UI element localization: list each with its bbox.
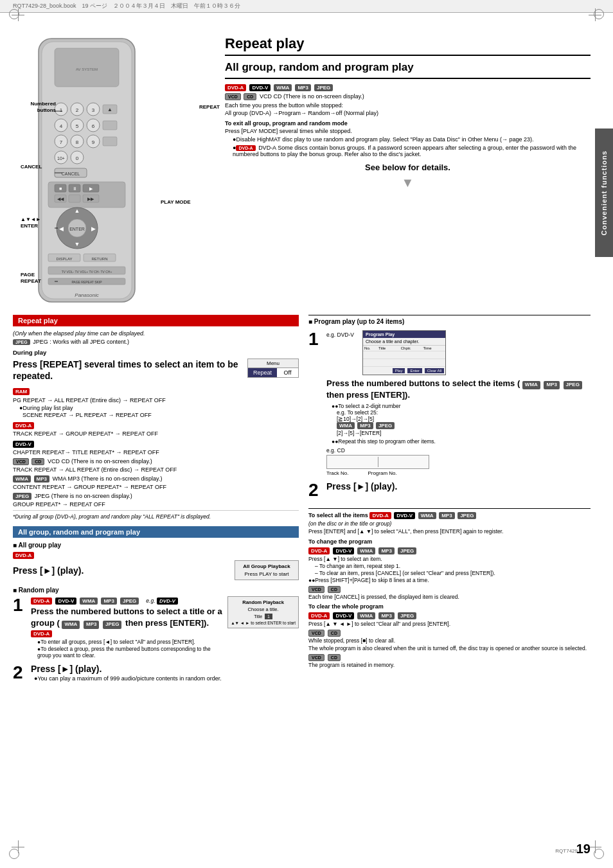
wma-mp3-section: WMA MP3 WMA MP3 (There is no on-screen d… (13, 475, 299, 483)
remote-svg: AV SYSTEM 1 2 3 4 5 6 7 8 9 ▲ (19, 35, 154, 312)
random-bullet1: ●To enter all groups, press [◄] to selec… (31, 639, 222, 645)
svg-rect-24 (103, 121, 117, 130)
badge-jpeg: JPEG (314, 84, 333, 91)
label-cancel: CANCEL (21, 164, 42, 170)
jpeg-note: JPEG JPEG : Works with all JPEG content.… (13, 339, 299, 345)
svg-text:▼: ▼ (75, 241, 80, 247)
bullet1: ●Disable HighMAT disc play to use random… (225, 136, 591, 143)
jpeg-section: JPEG JPEG (There is no on-screen display… (13, 493, 299, 500)
program-screen-cols: No. Title Chptr. Time (363, 346, 445, 351)
crosshair-tr (589, 12, 601, 24)
svg-rect-41 (69, 195, 80, 202)
group-repeat: GROUP REPEAT* → REPEAT OFF (13, 501, 299, 508)
random-step2-heading: Press [►] (play). ●You can play a maximu… (31, 664, 222, 682)
clear-program-line1: Press [▲ ▼ ◄ ►] to select "Clear all" an… (308, 621, 591, 627)
program-screen: Program Play Choose a title and chapter.… (362, 330, 446, 375)
all-group-play-instruction: Press [►] (play). (13, 565, 235, 576)
track-prog-box (326, 455, 429, 469)
label-numbered-buttons: Numbered buttons (21, 101, 56, 113)
svg-text:◀◀: ◀◀ (57, 197, 64, 201)
bullet2: ●DVD-A DVD-A Some discs contain bonus gr… (225, 145, 591, 157)
random-title-display: 1 (265, 614, 272, 619)
exit-instruction: Press [PLAY MODE] several times while st… (225, 128, 591, 134)
track-repeat2: TRACK REPEAT → ALL REPEAT (Entire disc) … (13, 466, 299, 473)
random-play-heading: ■ Random play (13, 587, 299, 594)
svg-text:◀: ◀ (59, 226, 64, 232)
badge-ram: RAM (13, 388, 30, 395)
random-step1: 1 DVD-A DVD-V WMA MP3 JPEG e.g. DVD-V Pr… (13, 596, 299, 658)
change-program-line4: ●●Press [SHIFT]+[PAGE] to skip 8 lines a… (308, 577, 591, 583)
see-below: See below for details. (225, 163, 591, 172)
change-program-heading: To change the program (308, 538, 591, 545)
program-screen-header: Choose a title and chapter. (363, 338, 445, 346)
random-step2-bullet: ●You can play a maximum of 999 audio/pic… (31, 675, 222, 682)
change-program-vcdcd: VCD CD (308, 585, 591, 593)
svg-text:TV VOL- TV VOL+ TV CH- TV CH+: TV VOL- TV VOL+ TV CH- TV CH+ (62, 270, 112, 274)
program-step2: 2 Press [►] (play). (308, 481, 591, 499)
press-repeat-instruction: Press [REPEAT] several times to select a… (13, 359, 241, 382)
eg-25: e.g. To select 25: (326, 409, 591, 416)
svg-text:▶▶: ▶▶ (87, 197, 94, 201)
badge-jpeg-note: JPEG (13, 339, 30, 345)
svg-rect-25 (103, 137, 117, 146)
badge-dvdv2: DVD-V (13, 441, 34, 448)
svg-text:RETURN: RETURN (92, 257, 108, 261)
cycle-line: All group (DVD-A) →Program→ Random→off (… (225, 110, 591, 116)
program-step1: 1 e.g. DVD-V Program Play Choose a title… (308, 330, 591, 476)
menu-box: Menu Repeat Off (247, 359, 299, 378)
all-group-play-box: All Group Playback Press PLAY to start (235, 560, 299, 580)
each-time-line: Each time you press the button while sto… (225, 102, 591, 109)
bottom-left-col: Repeat play (Only when the elapsed play … (13, 315, 299, 688)
clear-program-line4: The program is retained in memory. (308, 662, 591, 668)
label-repeat: REPEAT (21, 278, 41, 284)
repeat-play-section-box: Repeat play (13, 315, 299, 326)
clear-program-heading: To clear the whole program (308, 603, 591, 610)
svg-text:1: 1 (60, 107, 63, 113)
wma-mp3-jpeg-badges: WMA MP3 JPEG (326, 422, 591, 429)
repeat-label-top: REPEAT (199, 104, 220, 110)
svg-text:PAGE REPEAT SKIP: PAGE REPEAT SKIP (71, 280, 102, 284)
program-step2-heading: Press [►] (play). (326, 481, 397, 499)
random-box-title-label: Title (254, 614, 262, 619)
change-program-line1: Press [▲ ▼] to select an item. (308, 556, 591, 562)
page-number: 19 (576, 842, 591, 856)
prog-no-area (384, 457, 424, 467)
clear-program-vcdcd2: VCD CD (308, 653, 591, 661)
remote-control-area: AV SYSTEM 1 2 3 4 5 6 7 8 9 ▲ (19, 35, 199, 313)
clear-program-line3: The whole program is also cleared when t… (308, 645, 591, 651)
program-screen-title: Program Play (363, 331, 445, 338)
badge-dvdv: DVD-V (249, 84, 271, 91)
menu-box-row: Repeat Off (248, 368, 298, 377)
only-when-note: (Only when the elapsed play time can be … (13, 330, 299, 337)
random-box-text: Choose a title. (231, 607, 296, 612)
two-digit-note: ●●To select a 2-digit number (326, 403, 591, 409)
svg-text:▶: ▶ (91, 226, 96, 232)
svg-text:■: ■ (59, 186, 62, 191)
change-program-section: To change the program DVD-A DVD-V WMA MP… (308, 538, 591, 600)
svg-text:CANCEL: CANCEL (62, 172, 80, 176)
ram-section: RAM (13, 387, 299, 395)
during-play-list: ●During play list play (13, 405, 299, 411)
crosshair-br (589, 844, 601, 856)
label-enter: ▲▼◄► ENTER (21, 217, 41, 229)
program-step1-number: 1 (308, 330, 321, 476)
svg-text:3: 3 (92, 107, 95, 113)
badges-row1: DVD-A DVD-V WMA MP3 JPEG (225, 83, 591, 91)
random-playback-box: Random Playback Choose a title. Title 1 … (227, 596, 299, 628)
all-group-play-row: Press [►] (play). All Group Playback Pre… (13, 560, 299, 580)
random-box-nav: ▲▼ ◄ ► to select ENTER to start (231, 621, 296, 625)
select-all-note: (on the disc or in the title or group) (308, 520, 591, 527)
program-step1-content: e.g. DVD-V Program Play Choose a title a… (326, 330, 591, 476)
random-step1-heading: Press the numbered buttons to select a t… (31, 606, 222, 628)
random-step2: 2 Press [►] (play). ●You can play a maxi… (13, 664, 299, 682)
all-group-badge: DVD-A (13, 551, 299, 559)
crosshair-bl (12, 844, 24, 856)
during-play-label: During play (13, 349, 299, 356)
eg-cd: e.g. CD (326, 447, 591, 454)
repeat-play-title: Repeat play (225, 35, 591, 52)
svg-text:5: 5 (76, 123, 79, 129)
select-all-heading: To select all the items DVD-A DVD-V WMA … (308, 512, 591, 519)
screen-play-btn: Play (393, 368, 405, 373)
screen-clear-btn: Clear All (425, 368, 444, 373)
clear-program-section: To clear the whole program DVD-A DVD-V W… (308, 603, 591, 668)
